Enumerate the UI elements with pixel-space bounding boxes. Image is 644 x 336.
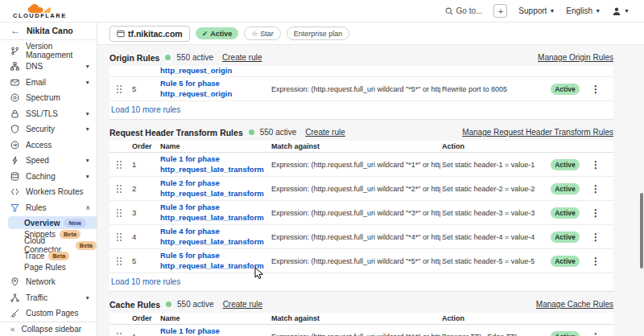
drag-handle[interactable] <box>116 232 122 241</box>
drag-handle[interactable] <box>116 256 122 265</box>
request-header-transform-rules-table: Order Name Match against Action 1 Rule 1… <box>109 141 613 292</box>
cloudflare-logo-text: CLOUDFLARE <box>13 12 67 19</box>
create-rule-link[interactable]: Create rule <box>222 53 262 62</box>
kebab-menu-icon[interactable]: ⋮ <box>591 183 601 195</box>
active-dot-icon <box>166 301 171 307</box>
rule-name-link[interactable]: Rule 1 for phasehttp_request_cache_setti… <box>160 326 270 336</box>
rule-order: 5 <box>132 256 159 265</box>
rule-name-link[interactable]: Rule 5 for phasehttp_request_late_transf… <box>160 251 270 271</box>
table-row: 2 Rule 2 for phasehttp_request_late_tran… <box>109 177 613 201</box>
kebab-menu-icon[interactable]: ⋮ <box>591 256 601 267</box>
rule-action: Set static header-1 = value-1 <box>442 161 549 169</box>
cloudflare-logo[interactable]: CLOUDFLARE <box>13 3 67 19</box>
rule-match: Expression: (http.request.full_uri wildc… <box>271 233 440 241</box>
sidebar-item-custom-pages[interactable]: Custom Pages <box>0 305 97 322</box>
new-badge: New <box>64 219 85 227</box>
drag-handle[interactable] <box>116 208 122 217</box>
sidebar-item-overview[interactable]: Overview New <box>8 216 97 229</box>
sidebar-item-network[interactable]: Network <box>0 274 97 290</box>
site-icon <box>117 30 125 38</box>
table-row: 1 Rule 1 for phasehttp_request_cache_set… <box>109 325 613 336</box>
rule-name-link[interactable]: Rule 5 for phasehttp_request_origin <box>160 79 270 99</box>
rule-action: Rewrite port to 8005 <box>442 85 549 93</box>
manage-cache-rules-link[interactable]: Manage Cache Rules <box>536 300 613 309</box>
top-nav: CLOUDFLARE Go to... + Support ▼ English … <box>0 0 644 23</box>
add-button[interactable]: + <box>493 4 507 18</box>
rule-name-link[interactable]: Rule 4 for phasehttp_request_late_transf… <box>160 227 270 247</box>
create-rule-link[interactable]: Create rule <box>305 128 345 137</box>
col-action: Action <box>442 314 549 322</box>
sidebar-item-access[interactable]: Access <box>0 137 97 154</box>
active-count: 550 active <box>260 128 297 137</box>
chevron-down-icon: ▼ <box>85 111 90 117</box>
rule-name-link[interactable]: Rule 3 for phasehttp_request_late_transf… <box>160 203 270 223</box>
rule-action: Set static header-2 = value-2 <box>442 185 549 193</box>
table-row-partial: http_request_origin <box>109 66 613 77</box>
active-count: 550 active <box>177 300 214 309</box>
table-header: Order Name Match against Action <box>109 141 613 153</box>
origin-rules-table: http_request_origin 5 Rule 5 for phaseht… <box>109 66 613 120</box>
check-icon: ✓ <box>202 30 208 38</box>
user-menu[interactable]: ▼ <box>612 6 630 16</box>
collapse-sidebar-button[interactable]: « Collapse sidebar <box>0 322 97 336</box>
manage-origin-rules-link[interactable]: Manage Origin Rules <box>538 53 613 62</box>
manage-request-header-transform-rules-link[interactable]: Manage Request Header Transform Rules <box>462 128 613 137</box>
sidebar-item-ssl-tls[interactable]: SSL/TLS ▼ <box>0 106 97 122</box>
sidebar-item-traffic[interactable]: Traffic ▼ <box>0 290 97 306</box>
kebab-menu-icon[interactable]: ⋮ <box>591 232 601 243</box>
sidebar-item-workers-routes[interactable]: Workers Routes <box>0 184 97 200</box>
col-order: Order <box>132 142 159 150</box>
rules-submenu: Overview New Snippets Beta Cloud Connect… <box>0 215 97 274</box>
sidebar-item-speed[interactable]: Speed ▼ <box>0 153 97 169</box>
goto-search[interactable]: Go to... <box>445 6 483 15</box>
star-button[interactable]: ☆ Star <box>244 27 281 40</box>
rule-name-link[interactable]: Rule 1 for phasehttp_request_late_transf… <box>160 154 270 174</box>
sidebar-nav: Version Management DNS ▼ Email ▼ Spectru… <box>0 40 97 322</box>
sidebar-item-page-rules[interactable]: Page Rules <box>8 262 97 273</box>
col-action: Action <box>442 142 549 150</box>
brush-icon <box>10 309 19 318</box>
kebab-menu-icon[interactable]: ⋮ <box>591 159 601 170</box>
rule-name-link[interactable]: http_request_origin <box>160 66 613 76</box>
drag-handle[interactable] <box>116 84 122 93</box>
drag-handle[interactable] <box>116 332 122 336</box>
sidebar-item-dns[interactable]: DNS ▼ <box>0 59 97 75</box>
back-arrow-icon[interactable]: ← <box>10 25 20 36</box>
chevron-down-icon: ▼ <box>85 126 90 132</box>
sidebar-item-security[interactable]: Security ▼ <box>0 121 97 137</box>
sidebar-item-spectrum[interactable]: Spectrum <box>0 90 97 106</box>
sidebar-item-rules[interactable]: Rules ∧ <box>0 200 97 216</box>
col-name: Name <box>160 314 270 322</box>
sidebar-item-version-management[interactable]: Version Management <box>0 43 97 59</box>
load-more-link[interactable]: Load 10 more rules <box>109 101 613 119</box>
drag-handle[interactable] <box>116 184 122 193</box>
sidebar-item-caching[interactable]: Caching ▼ <box>0 169 97 185</box>
cache-rules-header: Cache Rules 550 active Create rule Manag… <box>109 297 613 311</box>
sidebar-item-email[interactable]: Email ▼ <box>0 75 97 91</box>
status-badge: Active <box>551 183 580 195</box>
chevron-down-icon: ▼ <box>85 80 90 85</box>
traffic-icon <box>10 293 19 302</box>
kebab-menu-icon[interactable]: ⋮ <box>591 331 601 336</box>
sidebar-item-trace[interactable]: Trace Beta <box>8 251 97 262</box>
user-icon <box>612 6 621 16</box>
support-menu[interactable]: Support ▼ <box>518 6 555 15</box>
sidebar-item-cloud-connector[interactable]: Cloud Connector Beta <box>8 240 97 252</box>
kebab-menu-icon[interactable]: ⋮ <box>591 84 601 95</box>
drag-handle[interactable] <box>116 160 122 169</box>
create-rule-link[interactable]: Create rule <box>223 300 262 309</box>
chevron-down-icon: ▼ <box>549 8 555 14</box>
rule-name-link[interactable]: Rule 2 for phasehttp_request_late_transf… <box>160 178 270 199</box>
shield-icon <box>10 125 19 133</box>
kebab-menu-icon[interactable]: ⋮ <box>591 207 601 219</box>
rule-action: Set static header-5 = value-5 <box>442 257 549 265</box>
load-more-link[interactable]: Load 10 more rules <box>109 273 613 291</box>
language-menu[interactable]: English ▼ <box>566 6 601 15</box>
beta-badge: Beta <box>76 241 97 250</box>
zone-selector[interactable]: tf.nikitac.com <box>109 26 190 42</box>
vertical-scrollbar[interactable] <box>640 193 643 268</box>
request-header-transform-rules-header: Request Header Transform Rules 550 activ… <box>109 125 613 139</box>
col-order: Order <box>132 314 159 322</box>
plan-badge: Enterprise plan <box>287 27 350 40</box>
collapse-icon: « <box>10 325 15 334</box>
